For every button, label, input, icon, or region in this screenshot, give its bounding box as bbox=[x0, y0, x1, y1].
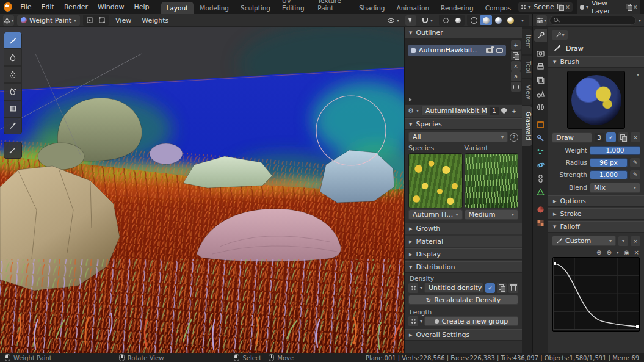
shading-wireframe-button[interactable] bbox=[468, 15, 480, 25]
datablock-name-field[interactable]: AutumnHawkbit Me.. bbox=[421, 106, 487, 116]
scene-tab[interactable] bbox=[534, 87, 547, 100]
workspace-tab-shading[interactable]: Shading bbox=[353, 2, 391, 14]
particles-tab[interactable] bbox=[534, 145, 547, 157]
view-layer-remove-icon[interactable]: × bbox=[633, 4, 638, 10]
length-group-dropdown[interactable] bbox=[408, 316, 418, 326]
object-data-tab[interactable] bbox=[534, 186, 547, 198]
overall-settings-panel-header[interactable]: ▶ Overall Settings bbox=[405, 329, 522, 341]
scene-unlink-icon[interactable]: × bbox=[565, 4, 570, 10]
menu-file[interactable]: File bbox=[16, 2, 35, 12]
render-tab[interactable] bbox=[534, 47, 547, 59]
average-tool[interactable] bbox=[4, 66, 22, 83]
object-tab[interactable] bbox=[534, 118, 547, 131]
breadcrumb-tool-chip[interactable]: ▾ bbox=[552, 30, 568, 40]
modifiers-tab[interactable] bbox=[534, 132, 547, 144]
shading-solid-button[interactable] bbox=[480, 15, 492, 25]
strength-slider[interactable]: 1.000 bbox=[590, 170, 628, 179]
radius-slider[interactable]: 96 px bbox=[590, 158, 628, 167]
outliner-panel-header[interactable]: ▼ Outliner bbox=[405, 27, 522, 38]
delete-point-icon[interactable]: × bbox=[634, 249, 639, 256]
falloff-preset-dropdown[interactable]: Custom ▾ bbox=[552, 236, 616, 246]
menu-help[interactable]: Help bbox=[129, 2, 153, 12]
properties-filter-icon[interactable]: ▾ bbox=[639, 18, 641, 23]
material-panel-header[interactable]: ▶ Material bbox=[405, 236, 522, 247]
distribution-panel-header[interactable]: ▼ Distribution bbox=[405, 261, 522, 273]
scene-new-icon[interactable] bbox=[557, 4, 563, 10]
view-layer-selector[interactable]: ▾ View Layer × bbox=[577, 0, 640, 16]
curve-point[interactable] bbox=[554, 262, 556, 265]
workspace-tab-compositing[interactable]: Compos bbox=[480, 2, 517, 14]
clipping-toggle-icon[interactable]: ◉ bbox=[624, 249, 629, 256]
brush-fake-user-checkbox[interactable]: ✓ bbox=[606, 132, 616, 142]
clipboard-button[interactable] bbox=[511, 82, 521, 92]
draw-brush-tool[interactable] bbox=[4, 32, 22, 49]
world-tab[interactable] bbox=[534, 101, 547, 113]
density-enabled-checkbox[interactable]: ✓ bbox=[485, 283, 495, 293]
view-layer-tab[interactable] bbox=[534, 74, 547, 86]
gradient-tool[interactable] bbox=[4, 100, 22, 117]
workspace-tab-sculpting[interactable]: Sculpting bbox=[235, 2, 276, 14]
properties-editor-type-button[interactable]: ▾ bbox=[536, 15, 547, 26]
density-duplicate-button[interactable] bbox=[497, 283, 507, 293]
menu-edit[interactable]: Edit bbox=[37, 2, 59, 12]
species-filter-dropdown[interactable]: All ▾ bbox=[408, 132, 508, 142]
variant-preview-image[interactable] bbox=[465, 153, 519, 208]
3d-viewport[interactable] bbox=[0, 27, 404, 353]
texture-tab[interactable] bbox=[534, 217, 547, 229]
display-panel-header[interactable]: ▶ Display bbox=[405, 248, 522, 260]
brush-preview[interactable] bbox=[567, 71, 625, 129]
sidebar-tab-tool[interactable]: Tool bbox=[522, 56, 532, 78]
help-icon[interactable]: ? bbox=[510, 133, 518, 142]
weights-menu[interactable]: Weights bbox=[138, 15, 172, 26]
proportional-edit-toggle[interactable] bbox=[440, 15, 452, 25]
vertex-mask-toggle[interactable] bbox=[96, 15, 108, 25]
brush-unl极ink-button[interactable]: × bbox=[631, 132, 640, 142]
outliner-item-selected[interactable]: AutumnHawkbit.. bbox=[408, 45, 506, 56]
expand-arrow-icon[interactable]: ▶ bbox=[409, 97, 412, 102]
face-mask-toggle[interactable] bbox=[84, 15, 96, 25]
editor-type-button[interactable]: ▾ bbox=[3, 15, 14, 26]
render-visibility-icon[interactable] bbox=[496, 48, 503, 53]
shading-dropdown[interactable]: ▾ bbox=[516, 15, 529, 25]
density-list-dropdown[interactable] bbox=[408, 283, 418, 293]
properties-search-field[interactable] bbox=[549, 16, 636, 25]
menu-render[interactable]: Render bbox=[60, 2, 92, 12]
brush-name-field[interactable]: Draw bbox=[552, 132, 592, 143]
workspace-tab-layout[interactable]: Layout bbox=[161, 2, 194, 14]
constraints-tab[interactable] bbox=[534, 172, 547, 184]
species-preview-image[interactable] bbox=[408, 153, 463, 208]
zoom-in-icon[interactable]: ⊕ bbox=[596, 249, 601, 256]
scene-selector[interactable]: ▾ Scene × bbox=[518, 2, 573, 12]
variant-select[interactable]: Medium ▾ bbox=[465, 209, 519, 220]
view-layer-new-icon[interactable] bbox=[626, 4, 631, 10]
brush-duplicate-button[interactable] bbox=[618, 132, 628, 142]
smear-tool[interactable] bbox=[4, 83, 22, 100]
growth-panel-header[interactable]: ▶ Growth bbox=[405, 223, 522, 234]
shading-rendered-button[interactable] bbox=[504, 15, 516, 25]
add-button[interactable]: + bbox=[511, 40, 521, 50]
workspace-tab-texture-paint[interactable]: Texture Paint bbox=[312, 0, 353, 14]
zoom-out-icon[interactable]: ⊖ bbox=[606, 249, 611, 256]
preview-expand-icon[interactable]: ▾ bbox=[637, 72, 639, 78]
fake-user-shield-icon[interactable] bbox=[501, 108, 507, 114]
overlays-toggle[interactable] bbox=[452, 15, 464, 25]
material-tab[interactable] bbox=[534, 203, 547, 215]
density-delete-button[interactable] bbox=[508, 283, 518, 293]
species-panel-header[interactable]: ▼ Species bbox=[405, 118, 522, 130]
rename-button[interactable]: a bbox=[511, 71, 521, 81]
output-tab[interactable] bbox=[534, 60, 547, 73]
mode-dropdown[interactable]: Weight Paint ▾ bbox=[17, 15, 80, 26]
workspace-tab-uv-editing[interactable]: UV Editing bbox=[277, 0, 311, 14]
workspace-tab-modeling[interactable]: Modeling bbox=[194, 2, 234, 14]
blur-tool[interactable] bbox=[4, 49, 22, 66]
recalculate-density-button[interactable]: ↻ Recalculate Density bbox=[408, 295, 518, 305]
outliner-list[interactable]: AutumnHawkbit.. ▶ + × a bbox=[405, 38, 522, 104]
falloff-extra-dropdown[interactable]: ▾ bbox=[618, 236, 628, 246]
visibility-dropdown[interactable]: ▾ bbox=[384, 15, 403, 26]
snap-controls[interactable]: ▾ bbox=[419, 15, 436, 26]
physics-tab[interactable] bbox=[534, 159, 547, 171]
options-panel-header[interactable]: ▶ Options bbox=[548, 195, 644, 207]
weight-slider[interactable]: 1.000 bbox=[590, 146, 640, 155]
user-count-badge[interactable]: 1 bbox=[490, 107, 499, 115]
camera-visibility-icon[interactable] bbox=[486, 48, 493, 53]
